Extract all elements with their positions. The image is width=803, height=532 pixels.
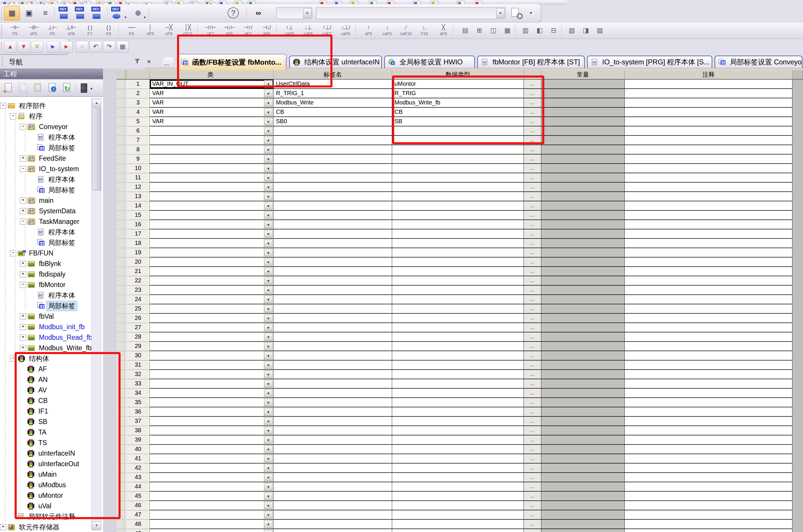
constant-cell[interactable] [541, 529, 625, 532]
comment-cell[interactable] [625, 529, 792, 532]
ladder-symbol-button-sF7[interactable]: ⊣↑⊢sF7 [201, 24, 219, 38]
ladder-tool-button[interactable]: ◨ [579, 25, 592, 37]
row-margin-cell[interactable] [116, 351, 125, 361]
type-picker-button[interactable]: ... [524, 276, 541, 286]
label-name-cell[interactable] [274, 267, 392, 276]
data-type-cell[interactable] [392, 501, 524, 510]
class-cell[interactable]: ▼ [150, 370, 274, 379]
class-cell[interactable]: ▼ [150, 332, 274, 342]
tree-item-SystemData[interactable]: +SystemData [0, 206, 103, 216]
label-name-cell[interactable]: UserCtrlData [274, 80, 392, 89]
constant-cell[interactable] [541, 80, 625, 89]
constant-cell[interactable] [541, 332, 625, 342]
comment-cell[interactable] [625, 127, 792, 136]
row-margin-cell[interactable] [116, 379, 125, 388]
data-type-cell[interactable] [392, 463, 524, 473]
dropdown-icon[interactable]: ▼ [264, 118, 273, 125]
row-margin-cell[interactable] [116, 248, 125, 258]
constant-cell[interactable] [541, 501, 625, 510]
constant-cell[interactable] [541, 314, 625, 323]
tree-item-uVal[interactable]: uVal [0, 501, 103, 511]
constant-cell[interactable] [541, 173, 625, 183]
dropdown-icon[interactable]: ▼ [264, 249, 273, 256]
data-type-cell[interactable] [392, 211, 524, 220]
comment-cell[interactable] [625, 286, 792, 295]
class-cell[interactable]: ▼ [150, 304, 274, 314]
label-name-cell[interactable] [274, 407, 392, 417]
data-type-cell[interactable] [392, 370, 524, 379]
label-name-cell[interactable] [274, 492, 392, 501]
label-name-cell[interactable] [274, 211, 392, 220]
expander-minus-icon[interactable]: − [0, 103, 6, 109]
type-picker-button[interactable]: ... [524, 229, 541, 239]
data-type-cell[interactable] [392, 445, 524, 454]
class-cell[interactable]: ▼ [150, 520, 274, 529]
expander-plus-icon[interactable]: + [20, 324, 26, 330]
comment-cell[interactable] [625, 323, 792, 332]
constant-cell[interactable] [541, 192, 625, 201]
dropdown-icon[interactable]: ▼ [264, 427, 273, 434]
type-picker-button[interactable]: ... [524, 379, 541, 388]
row-number-cell[interactable]: 26 [127, 314, 150, 323]
class-cell[interactable]: ▼ [150, 510, 274, 520]
ladder-symbol-button-aF5[interactable]: ↑aF5 [359, 24, 378, 38]
constant-cell[interactable] [541, 463, 625, 473]
data-type-cell[interactable] [392, 417, 524, 426]
tree-item-uInterfaceOut[interactable]: uInterfaceOut [0, 459, 103, 469]
ladder-symbol-button-F10[interactable]: ∟F10 [416, 24, 434, 38]
dropdown-icon[interactable]: ▼ [264, 221, 273, 228]
dropdown-icon[interactable]: ▼ [264, 474, 273, 481]
comment-cell[interactable] [625, 164, 792, 173]
comment-cell[interactable] [625, 388, 792, 398]
tree-item-AV[interactable]: AV [0, 385, 103, 395]
type-picker-button[interactable]: ... [524, 211, 541, 220]
data-type-cell[interactable] [392, 435, 524, 445]
comment-cell[interactable] [625, 248, 792, 258]
data-type-cell[interactable] [392, 426, 524, 435]
tree-item-Modbus_Read_fb[interactable]: +Modbus_Read_fb [0, 332, 103, 343]
type-picker-button[interactable]: ... [524, 267, 541, 276]
data-type-cell[interactable] [392, 529, 524, 532]
tree-item-程序[interactable]: −程序 [0, 111, 103, 121]
data-type-cell[interactable] [392, 520, 524, 529]
tree-item-fbBlynk[interactable]: +fbBlynk [0, 259, 103, 269]
class-cell[interactable]: VAR▼ [150, 117, 274, 127]
constant-cell[interactable] [541, 117, 625, 127]
tree-item-uInterfaceIN[interactable]: uInterfaceIN [0, 448, 103, 459]
navigation-window-toggle-button[interactable]: ▦ [4, 6, 20, 20]
constant-cell[interactable] [541, 323, 625, 332]
insert-row-below-icon[interactable]: ▼ [18, 41, 30, 53]
find-text-combobox[interactable]: ▼ [316, 7, 505, 19]
tree-item-fbdispaly[interactable]: +fbdispaly [0, 269, 103, 280]
constant-cell[interactable] [541, 164, 625, 173]
class-cell[interactable]: ▼ [150, 454, 274, 463]
row-margin-cell[interactable] [116, 164, 125, 173]
dropdown-icon[interactable]: ▼ [264, 108, 273, 116]
dropdown-icon[interactable]: ▼ [264, 408, 273, 416]
constant-cell[interactable] [541, 510, 625, 520]
constant-cell[interactable] [541, 426, 625, 435]
comment-cell[interactable] [625, 417, 792, 426]
comment-cell[interactable] [625, 407, 792, 417]
dropdown-icon[interactable]: ▼ [264, 80, 273, 88]
constant-cell[interactable] [541, 417, 625, 426]
tree-item-局部软元件注释[interactable]: 局部软元件注释 [0, 511, 103, 522]
class-cell[interactable]: ▼ [150, 276, 274, 286]
type-picker-button[interactable]: ... [524, 239, 541, 248]
label-name-cell[interactable] [274, 332, 392, 342]
type-picker-button[interactable]: ... [524, 426, 541, 435]
dropdown-icon[interactable]: ▼ [264, 99, 273, 107]
label-name-cell[interactable]: Modbus_Write [274, 98, 392, 108]
constant-cell[interactable] [541, 145, 625, 154]
tree-item-结构体[interactable]: −结构体 [0, 353, 103, 364]
tree-item-局部标签[interactable]: 局部标签 [0, 237, 103, 248]
constant-cell[interactable] [541, 183, 625, 192]
label-name-cell[interactable] [274, 220, 392, 229]
comment-cell[interactable] [625, 173, 792, 183]
type-picker-button[interactable]: ... [524, 295, 541, 304]
row-margin-cell[interactable] [116, 145, 125, 154]
row-number-cell[interactable]: 23 [127, 286, 150, 295]
ladder-tool-button[interactable]: ⊟ [547, 25, 560, 37]
label-name-cell[interactable]: CB [274, 108, 392, 117]
type-picker-button[interactable]: ... [524, 80, 541, 89]
